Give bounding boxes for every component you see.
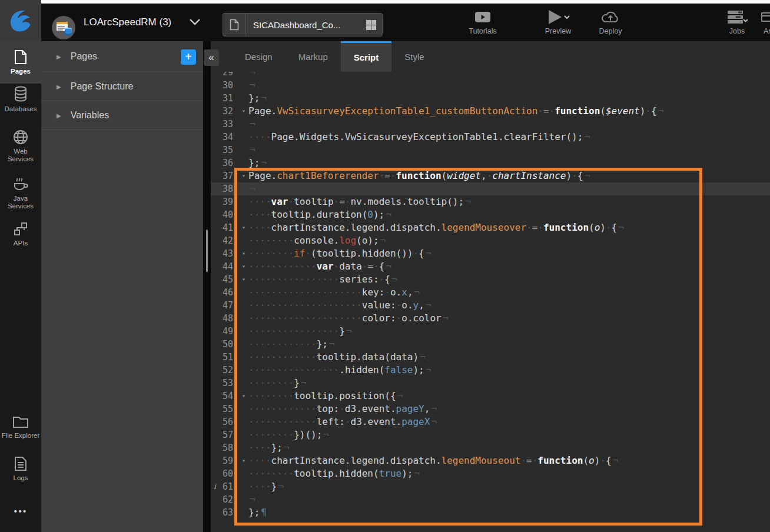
line-number[interactable]: 56 xyxy=(211,415,239,428)
code-line[interactable]: 44▾············var·data·=·{¬ xyxy=(211,260,770,273)
line-number[interactable]: 41 xyxy=(211,221,239,234)
line-number[interactable]: 62 xyxy=(211,493,239,506)
code-line[interactable]: 32▾Page.VwSicasurveyExceptionTable1_cust… xyxy=(211,105,770,118)
line-number[interactable]: 35 xyxy=(211,144,239,157)
code-line[interactable]: 37▾Page.chart1Beforerender·=·function(wi… xyxy=(211,169,770,182)
fold-arrow-icon[interactable]: ▾ xyxy=(239,169,248,182)
line-number[interactable]: 42 xyxy=(211,234,239,247)
line-number[interactable]: 53 xyxy=(211,377,239,390)
code-line[interactable]: 46····················key:·o.x,¬ xyxy=(211,286,770,299)
tab-design[interactable]: Design xyxy=(232,41,286,72)
tab-markup[interactable]: Markup xyxy=(286,41,341,72)
fold-arrow-icon[interactable]: ▾ xyxy=(239,105,248,118)
code-line[interactable]: 35¬ xyxy=(211,144,770,157)
code-line[interactable]: 45▾················series:·{¬ xyxy=(211,273,770,286)
code-line[interactable]: 29¬ xyxy=(211,72,770,79)
line-number[interactable]: 39 xyxy=(211,195,239,208)
line-number[interactable]: 49 xyxy=(211,325,239,338)
code-line[interactable]: 50············};¬ xyxy=(211,338,770,351)
code-line[interactable]: 52················.hidden(false);¬ xyxy=(211,364,770,377)
code-line[interactable]: 33¬ xyxy=(211,118,770,131)
line-number[interactable]: 60 xyxy=(211,467,239,480)
line-number[interactable]: 50 xyxy=(211,338,239,351)
rail-item-pages[interactable]: Pages xyxy=(0,41,41,84)
rail-item-web-services[interactable]: Web Services xyxy=(0,129,41,173)
page-tab[interactable]: SICADashboard_Co... xyxy=(223,13,383,36)
code-line[interactable]: 57········})();¬ xyxy=(211,428,770,441)
line-number[interactable]: 59 xyxy=(211,454,239,467)
panel-section-variables[interactable]: ▶ Variables xyxy=(41,101,203,130)
code-line[interactable]: 53········}¬ xyxy=(211,377,770,390)
code-line[interactable]: 43▾········if·(tooltip.hidden())·{¬ xyxy=(211,247,770,260)
line-number[interactable]: 45 xyxy=(211,273,239,286)
code-line[interactable]: 54▾········tooltip.position({¬ xyxy=(211,390,770,403)
panel-section-page-structure[interactable]: ▶ Page Structure xyxy=(41,72,203,101)
rail-item-apis[interactable]: APIs xyxy=(0,221,41,262)
fold-arrow-icon[interactable]: ▾ xyxy=(239,260,248,273)
artifacts-button[interactable]: Art xyxy=(756,8,770,35)
project-name[interactable]: LOArcSpeedRM (3) xyxy=(84,4,171,41)
rail-more-button[interactable]: ••• xyxy=(0,506,41,517)
code-line[interactable]: 49················}¬ xyxy=(211,325,770,338)
collapse-panel-button[interactable]: « xyxy=(204,49,219,66)
code-line[interactable]: 36};¬ xyxy=(211,157,770,169)
line-number[interactable]: 55 xyxy=(211,403,239,415)
code-line[interactable]: 39····var·tooltip·=·nv.models.tooltip();… xyxy=(211,195,770,208)
line-number[interactable]: 63 xyxy=(211,506,239,519)
deploy-button[interactable]: Deploy xyxy=(593,8,628,35)
code-line[interactable]: 48····················color:·o.color¬ xyxy=(211,312,770,325)
code-line[interactable]: 34····Page.Widgets.VwSicasurveyException… xyxy=(211,131,770,144)
tutorials-button[interactable]: Tutorials xyxy=(465,8,500,35)
code-line[interactable]: 62¬ xyxy=(211,493,770,506)
line-number[interactable]: 47 xyxy=(211,299,239,312)
line-number[interactable]: 32 xyxy=(211,105,239,118)
preview-button[interactable]: Preview xyxy=(537,8,579,35)
line-number[interactable]: 31 xyxy=(211,92,239,105)
line-number[interactable]: 54 xyxy=(211,390,239,403)
rail-item-logs[interactable]: Logs xyxy=(0,456,41,497)
wavemaker-logo[interactable] xyxy=(0,0,41,41)
code-line[interactable]: 38¬ xyxy=(211,182,770,195)
code-line[interactable]: 30¬ xyxy=(211,79,770,92)
line-number[interactable]: 46 xyxy=(211,286,239,299)
code-line[interactable]: 60········tooltip.hidden(true);¬ xyxy=(211,467,770,480)
vertical-scrollbar[interactable] xyxy=(206,230,208,272)
layout-grid-icon[interactable] xyxy=(366,20,376,30)
code-line[interactable]: 63};¶ xyxy=(211,506,770,519)
code-line[interactable]: 47····················value:·o.y,¬ xyxy=(211,299,770,312)
rail-item-databases[interactable]: Databases xyxy=(0,86,41,127)
code-line[interactable]: 31};¬ xyxy=(211,92,770,105)
code-line[interactable]: 40····tooltip.duration(0);¬ xyxy=(211,208,770,221)
line-number[interactable]: 52 xyxy=(211,364,239,377)
line-number[interactable]: 57 xyxy=(211,428,239,441)
line-number[interactable]: 33 xyxy=(211,118,239,131)
expand-arrow-icon[interactable]: ▶ xyxy=(57,112,61,119)
line-number[interactable]: 43 xyxy=(211,247,239,260)
code-line[interactable]: 56············left:·d3.event.pageX¬ xyxy=(211,415,770,428)
add-page-button[interactable]: + xyxy=(181,49,196,65)
line-number[interactable]: 48 xyxy=(211,312,239,325)
jobs-button[interactable]: Jobs xyxy=(723,8,751,35)
line-number[interactable]: 38 xyxy=(211,182,239,195)
line-number[interactable]: 40 xyxy=(211,208,239,221)
tab-style[interactable]: Style xyxy=(391,41,437,72)
expand-arrow-icon[interactable]: ▶ xyxy=(57,54,61,60)
line-number[interactable]: i61 xyxy=(211,480,239,493)
line-number[interactable]: 51 xyxy=(211,351,239,364)
fold-arrow-icon[interactable]: ▾ xyxy=(239,221,248,234)
tab-script[interactable]: Script xyxy=(341,41,392,72)
line-number[interactable]: 37 xyxy=(211,169,239,182)
line-number[interactable]: 36 xyxy=(211,157,239,169)
code-line[interactable]: 59▾····chartInstance.legend.dispatch.leg… xyxy=(211,454,770,467)
line-number[interactable]: 58 xyxy=(211,441,239,454)
expand-arrow-icon[interactable]: ▶ xyxy=(57,84,61,90)
code-editor[interactable]: 29¬30¬31};¬32▾Page.VwSicasurveyException… xyxy=(211,72,770,532)
fold-arrow-icon[interactable]: ▾ xyxy=(239,247,248,260)
code-line[interactable]: 51············tooltip.data(data)¬ xyxy=(211,351,770,364)
line-number[interactable]: 29 xyxy=(211,72,239,79)
fold-arrow-icon[interactable]: ▾ xyxy=(239,454,248,467)
code-line[interactable]: i61····}¬ xyxy=(211,480,770,493)
code-line[interactable]: 55············top:·d3.event.pageY,¬ xyxy=(211,403,770,415)
code-line[interactable]: 41▾····chartInstance.legend.dispatch.leg… xyxy=(211,221,770,234)
project-avatar[interactable] xyxy=(52,16,75,39)
